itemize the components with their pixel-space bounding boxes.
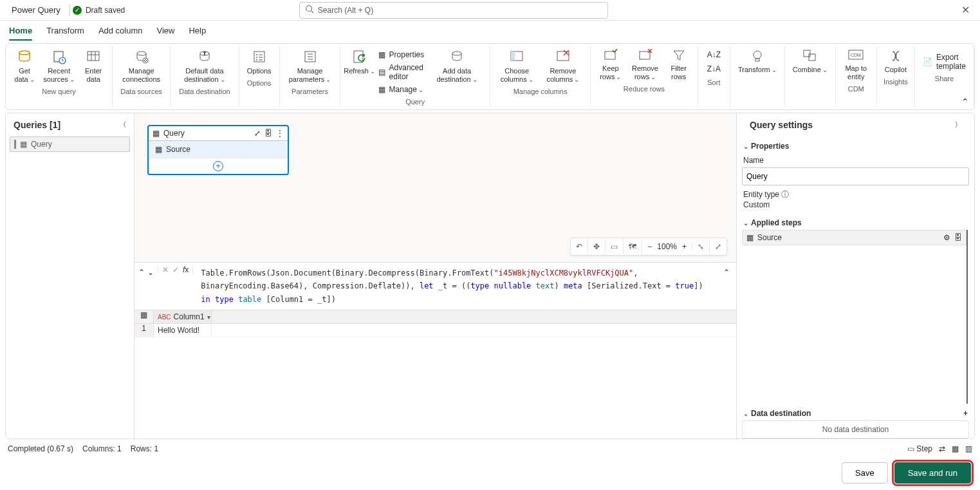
copilot-button[interactable]: Copilot	[881, 48, 911, 75]
tab-add-column[interactable]: Add column	[98, 26, 143, 41]
schema-view-button[interactable]: ▥	[965, 444, 972, 453]
tab-view[interactable]: View	[157, 26, 175, 41]
fx-icon[interactable]: fx	[183, 265, 189, 274]
minimap-button[interactable]: 🗺	[624, 238, 642, 255]
tab-home[interactable]: Home	[9, 26, 32, 41]
fit-button[interactable]: ▭	[606, 238, 624, 255]
step-source[interactable]: ▦ Source ⚙ 🗄	[742, 230, 966, 245]
group-label-sort: Sort	[707, 79, 720, 86]
export-template-button[interactable]: 📄 Export template	[919, 48, 970, 72]
data-destination-section[interactable]: ⌄Data destination +	[742, 404, 969, 420]
settings-title: Query settings	[750, 120, 813, 130]
bulb-icon	[750, 49, 764, 63]
keep-rows-button[interactable]: Keep rows	[595, 48, 626, 82]
sort-asc-button[interactable]: A↓Z	[703, 49, 725, 61]
diagram-canvas[interactable]: ▦ Query ⤢ 🗄 ⋮ ▦ Source + ↶ ✥ ▭	[134, 113, 736, 262]
gear-icon[interactable]: ⚙	[943, 233, 950, 242]
enter-data-button[interactable]: Enter data	[79, 48, 108, 85]
search-input[interactable]: Search (Alt + Q)	[299, 2, 608, 19]
node-step-source[interactable]: ▦ Source	[149, 141, 288, 158]
group-label-parameters: Parameters	[291, 88, 328, 95]
svg-rect-12	[254, 52, 264, 62]
db-icon[interactable]: 🗄	[264, 129, 272, 138]
search-placeholder: Search (Alt + Q)	[318, 6, 373, 15]
query-bar-icon	[14, 140, 16, 149]
svg-point-9	[137, 52, 146, 55]
collapse-queries-button[interactable]: 〈	[120, 120, 126, 129]
column-dropdown-icon[interactable]: ▾	[207, 314, 210, 321]
status-bar: Completed (0.67 s) Columns: 1 Rows: 1 ▭ …	[0, 440, 980, 457]
tab-help[interactable]: Help	[189, 26, 206, 41]
undo-button[interactable]: ↶	[571, 238, 588, 255]
group-label-combine	[809, 78, 811, 86]
grid-view-button[interactable]: ▦	[952, 444, 959, 453]
collapse-settings-button[interactable]: 〉	[955, 120, 961, 129]
save-and-run-button[interactable]: Save and run	[894, 462, 971, 484]
row-index-header[interactable]: ▦	[134, 310, 154, 323]
svg-rect-26	[511, 52, 515, 61]
default-destination-button[interactable]: Default data destination	[174, 48, 234, 85]
remove-rows-button[interactable]: Remove rows	[626, 48, 663, 82]
remove-columns-icon	[555, 49, 571, 64]
zoom-in-button[interactable]: +	[682, 242, 687, 251]
diagram-view-button[interactable]: ⇄	[939, 444, 945, 453]
cell[interactable]: Hello World!	[154, 324, 212, 337]
step-toggle[interactable]: ▭ Step	[907, 444, 932, 453]
remove-columns-button[interactable]: Remove columns	[540, 48, 587, 85]
table-icon: ▦	[155, 145, 162, 154]
plus-icon: +	[213, 161, 223, 171]
step-db-icon[interactable]: 🗄	[954, 233, 962, 242]
manage-button[interactable]: ▦Manage	[374, 84, 429, 95]
query-item[interactable]: ▦ Query	[10, 137, 130, 152]
add-destination-button[interactable]: +	[963, 409, 968, 418]
properties-section[interactable]: ⌄Properties	[742, 137, 969, 153]
sort-desc-button[interactable]: Z↓A	[703, 63, 725, 75]
zoom-out-button[interactable]: −	[647, 242, 652, 251]
name-input[interactable]	[742, 167, 969, 185]
transform-button[interactable]: Transform	[734, 48, 781, 75]
expand-formula-button[interactable]: ⌃	[721, 265, 732, 279]
get-data-button[interactable]: Get data	[10, 48, 39, 85]
fullscreen-button[interactable]: ⤢	[710, 238, 726, 255]
app-title: Power Query	[5, 5, 67, 15]
group-label-manage-columns: Manage columns	[513, 88, 568, 95]
svg-rect-27	[557, 52, 569, 61]
accept-formula-button[interactable]: ✓	[172, 265, 179, 274]
sort-asc-icon: A↓Z	[707, 50, 721, 59]
node-title: Query	[163, 129, 185, 138]
add-data-destination-button[interactable]: Add data destination	[428, 48, 486, 85]
row-index[interactable]: 1	[134, 324, 154, 337]
entity-type-label: Entity type	[743, 190, 779, 199]
recent-sources-button[interactable]: Recent sources	[39, 48, 79, 85]
next-step-button[interactable]: ⌄	[147, 268, 154, 277]
refresh-button[interactable]: Refresh	[344, 48, 374, 77]
formula-text[interactable]: Table.FromRows(Json.Document(Binary.Deco…	[197, 265, 717, 307]
expand-icon[interactable]: ⤢	[254, 129, 261, 138]
properties-button[interactable]: ▦Properties	[374, 49, 429, 61]
add-step-button[interactable]: +	[149, 158, 288, 174]
close-button[interactable]: ✕	[956, 1, 975, 19]
save-button[interactable]: Save	[842, 462, 888, 484]
query-node[interactable]: ▦ Query ⤢ 🗄 ⋮ ▦ Source +	[147, 125, 289, 175]
more-icon[interactable]: ⋮	[276, 129, 284, 138]
filter-rows-button[interactable]: Filter rows	[664, 48, 694, 82]
advanced-editor-button[interactable]: ▤Advanced editor	[374, 62, 429, 82]
svg-rect-5	[88, 52, 99, 61]
manage-connections-button[interactable]: Manage connections	[116, 48, 166, 85]
options-button[interactable]: Options	[243, 48, 275, 77]
map-to-entity-button[interactable]: CDM Map to entity	[840, 48, 873, 82]
choose-columns-button[interactable]: Choose columns	[494, 48, 540, 85]
tab-transform[interactable]: Transform	[46, 26, 84, 41]
combine-icon	[802, 49, 818, 63]
pan-button[interactable]: ✥	[588, 238, 606, 255]
manage-parameters-button[interactable]: Manage parameters	[284, 48, 337, 85]
combine-button[interactable]: Combine	[789, 48, 831, 75]
cancel-formula-button[interactable]: ✕	[162, 265, 169, 274]
prev-step-button[interactable]: ⌃	[138, 268, 145, 277]
collapse-ribbon-button[interactable]: ⌃	[961, 97, 969, 107]
column-header[interactable]: ABC Column1 ▾	[154, 310, 212, 323]
entity-type-value: Custom	[743, 200, 770, 209]
applied-steps-section[interactable]: ⌄Applied steps	[742, 213, 969, 230]
info-icon[interactable]: ⓘ	[781, 190, 789, 199]
collapse-view-button[interactable]: ⤡	[692, 238, 710, 255]
